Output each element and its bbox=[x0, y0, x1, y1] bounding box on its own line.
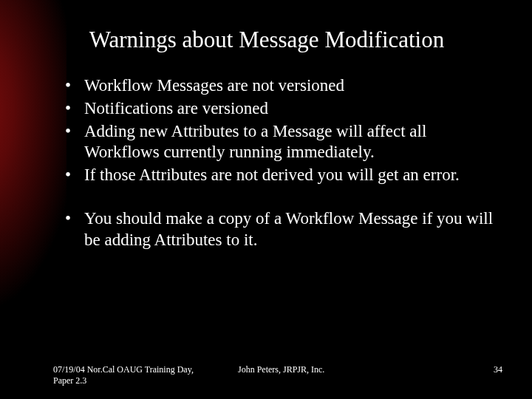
bullet-item: Notifications are versioned bbox=[65, 98, 502, 120]
slide-title: Warnings about Message Modification bbox=[31, 27, 502, 53]
bullet-group-2: You should make a copy of a Workflow Mes… bbox=[53, 208, 502, 251]
spacer bbox=[53, 188, 502, 208]
bullet-item: Adding new Attributes to a Message will … bbox=[65, 121, 502, 164]
footer-author: John Peters, JRPJR, Inc. bbox=[194, 364, 458, 375]
slide-number: 34 bbox=[458, 364, 502, 375]
bullet-group-1: Workflow Messages are not versioned Noti… bbox=[53, 75, 502, 186]
footer: 07/19/04 Nor.Cal OAUG Training Day, Pape… bbox=[53, 364, 502, 386]
slide: Warnings about Message Modification Work… bbox=[0, 0, 532, 399]
bullet-item: Workflow Messages are not versioned bbox=[65, 75, 502, 97]
bullet-item: If those Attributes are not derived you … bbox=[65, 165, 502, 186]
bullet-item: You should make a copy of a Workflow Mes… bbox=[65, 208, 502, 251]
footer-date-event: 07/19/04 Nor.Cal OAUG Training Day, Pape… bbox=[53, 364, 194, 386]
